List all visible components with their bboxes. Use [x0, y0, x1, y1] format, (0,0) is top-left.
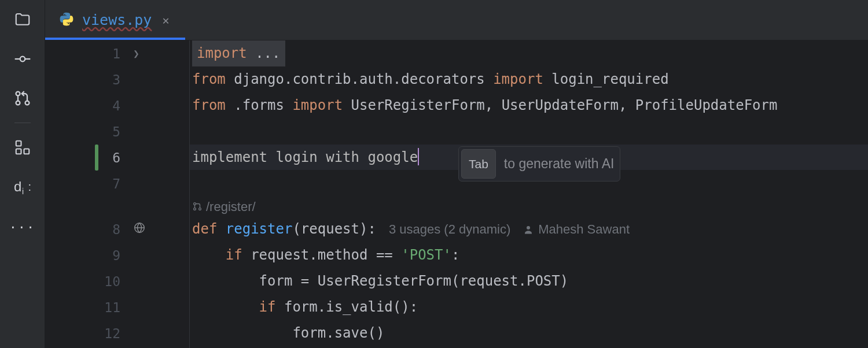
- di-icon[interactable]: di :: [13, 177, 32, 196]
- svg-point-12: [194, 208, 196, 210]
- import-names: UserRegisterForm, UserUpdateForm, Profil…: [343, 92, 777, 119]
- ai-prompt-text: implement login with google: [192, 145, 418, 171]
- code-statement: form = UserRegisterForm(request.POST): [259, 268, 569, 294]
- structure-icon[interactable]: [13, 138, 32, 157]
- tab-filename: views.py: [82, 12, 152, 28]
- string-literal: 'POST': [401, 242, 451, 268]
- text-cursor: [418, 148, 419, 165]
- svg-point-4: [16, 101, 20, 105]
- ai-generate-hint[interactable]: Tab to generate with AI: [458, 146, 620, 182]
- keyword-def: def: [192, 216, 217, 242]
- gutter-change-bar: [95, 145, 98, 171]
- route-hint: /register/: [192, 194, 256, 220]
- function-params: (request):: [292, 216, 376, 242]
- line-number: 5: [45, 124, 131, 139]
- svg-point-3: [16, 92, 20, 96]
- usages-inlay[interactable]: 3 usages (2 dynamic): [389, 216, 510, 242]
- code-content[interactable]: import ... from django.contrib.auth.deco…: [190, 40, 868, 348]
- pull-request-icon[interactable]: [13, 89, 32, 108]
- editor[interactable]: 1❯ 3 4 5 6 7 8 9 10 11 12 import ... fro…: [45, 40, 868, 348]
- folded-import-block[interactable]: import ...: [192, 40, 285, 66]
- tab-views-py[interactable]: views.py ✕: [45, 0, 185, 40]
- svg-point-0: [20, 57, 25, 62]
- svg-point-11: [199, 208, 201, 210]
- fold-chevron-icon[interactable]: ❯: [133, 47, 139, 60]
- line-number: 9: [45, 248, 131, 263]
- function-name: register: [226, 216, 293, 242]
- main-area: views.py ✕ 1❯ 3 4 5 6 7 8 9 10 11 12 imp…: [45, 0, 868, 348]
- keyword-if: if: [226, 242, 242, 268]
- line-number: 6: [45, 150, 131, 165]
- module-path: .forms: [226, 92, 293, 119]
- folder-icon[interactable]: [13, 10, 32, 29]
- keyword-from: from: [192, 66, 226, 92]
- gutter: 1❯ 3 4 5 6 7 8 9 10 11 12: [45, 40, 190, 348]
- import-names: login_required: [543, 66, 669, 92]
- keyword-from: from: [192, 92, 226, 119]
- ai-hint-text: to generate with AI: [504, 151, 615, 177]
- svg-rect-8: [24, 149, 29, 154]
- more-icon[interactable]: ...: [9, 217, 36, 231]
- line-number: 12: [45, 326, 131, 341]
- keyword-import: import: [292, 92, 343, 119]
- keyword-import: import: [493, 66, 543, 92]
- expr: request.method ==: [242, 242, 402, 268]
- keyword-if: if: [259, 294, 276, 320]
- tab-active-indicator: [45, 38, 185, 40]
- line-number: 4: [45, 98, 131, 113]
- line-number: 1: [45, 46, 131, 61]
- author-inlay[interactable]: Mahesh Sawant: [523, 216, 630, 242]
- close-icon[interactable]: ✕: [160, 12, 171, 28]
- code-statement: form.save(): [292, 320, 384, 346]
- module-path: django.contrib.auth.decorators: [226, 66, 493, 92]
- globe-icon[interactable]: [133, 221, 146, 237]
- svg-rect-6: [16, 141, 21, 146]
- line-number: 8: [45, 222, 131, 237]
- line-number: 7: [45, 176, 131, 191]
- tab-key-badge: Tab: [461, 149, 496, 179]
- python-icon: [59, 12, 74, 29]
- tab-bar: views.py ✕: [45, 0, 868, 40]
- line-number: 11: [45, 300, 131, 315]
- svg-point-5: [25, 101, 29, 105]
- commit-icon[interactable]: [13, 50, 32, 68]
- line-number: 10: [45, 274, 131, 289]
- tool-sidebar: di : ...: [0, 0, 45, 348]
- svg-rect-7: [16, 149, 21, 154]
- svg-point-10: [194, 203, 196, 205]
- sidebar-divider: [14, 123, 31, 123]
- expr: form.is_valid():: [276, 294, 418, 320]
- svg-point-13: [527, 226, 530, 229]
- line-number: 3: [45, 72, 131, 87]
